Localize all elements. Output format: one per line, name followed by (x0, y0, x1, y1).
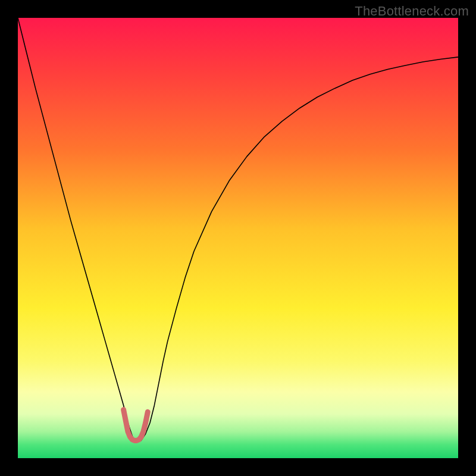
chart-frame (18, 18, 458, 458)
bottleneck-chart-canvas (18, 18, 458, 458)
watermark-label: TheBottleneck.com (355, 4, 469, 19)
